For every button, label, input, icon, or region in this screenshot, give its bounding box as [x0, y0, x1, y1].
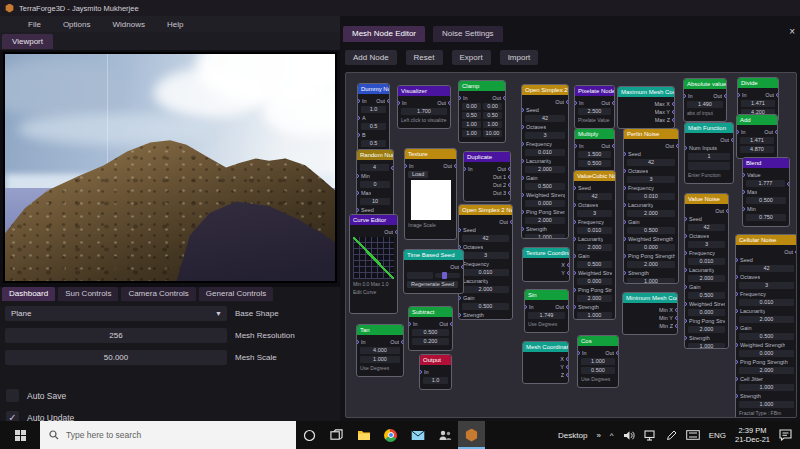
input-pin[interactable]	[356, 340, 359, 344]
node-texture-coordinates[interactable]: Texture CoordinatesXY	[522, 247, 570, 282]
file-explorer-icon[interactable]	[350, 421, 377, 449]
value-box[interactable]: 1.000	[688, 343, 725, 349]
value-box[interactable]: 1.490	[687, 101, 723, 108]
value-box[interactable]: 1.00	[462, 130, 481, 137]
output-pin[interactable]	[508, 191, 511, 195]
output-pin[interactable]	[776, 93, 779, 97]
node-value-noise[interactable]: Value NoiseOutSeed42Octaves3Frequency0.0…	[684, 193, 729, 349]
output-pin[interactable]	[508, 183, 511, 187]
output-pin[interactable]	[503, 96, 506, 100]
output-pin[interactable]	[676, 144, 679, 148]
value-box[interactable]: 2.000	[462, 286, 509, 293]
menu-windows[interactable]: Widnows	[112, 20, 144, 29]
input-pin[interactable]	[458, 313, 461, 317]
node-header[interactable]: Texture Coordinates	[523, 248, 569, 258]
input-pin[interactable]	[684, 234, 687, 238]
input-pin[interactable]	[623, 254, 626, 258]
export-button[interactable]: Export	[452, 50, 491, 65]
node-mesh-coordinates[interactable]: Mesh CoordinatesXYZ	[522, 341, 569, 384]
value-box[interactable]: 0.010	[739, 299, 794, 306]
input-pin[interactable]	[357, 133, 360, 137]
value-box[interactable]: 1	[688, 153, 730, 160]
node-perlin-noise[interactable]: Perlin NoiseOutSeed42Octaves3Frequency0.…	[623, 128, 679, 284]
output-pin[interactable]	[450, 322, 453, 326]
value-box[interactable]: 10	[360, 198, 390, 205]
output-pin[interactable]	[387, 99, 390, 103]
node-multiply[interactable]: MultiplyInOut1.5000.500	[574, 128, 615, 173]
output-pin[interactable]	[566, 100, 569, 104]
slider-knob[interactable]	[442, 272, 447, 279]
toolbar-overflow-chevron[interactable]: »	[596, 431, 600, 440]
tab-sun-controls[interactable]: Sun Controls	[58, 287, 118, 301]
input-pin[interactable]	[397, 101, 400, 105]
value-box[interactable]: 2.000	[627, 210, 675, 217]
value-box[interactable]: 1.0	[423, 377, 448, 384]
input-pin[interactable]	[735, 377, 738, 381]
start-button[interactable]	[0, 421, 40, 449]
input-pin[interactable]	[356, 174, 359, 178]
output-pin[interactable]	[448, 101, 451, 105]
node-header[interactable]: Clamp	[459, 81, 505, 91]
value-box[interactable]: 1.000	[739, 401, 794, 408]
input-pin[interactable]	[521, 227, 524, 231]
input-pin[interactable]	[357, 116, 360, 120]
input-pin[interactable]	[574, 101, 577, 105]
output-pin[interactable]	[787, 182, 790, 186]
input-pin[interactable]	[684, 336, 687, 340]
input-pin[interactable]	[419, 370, 422, 374]
output-pin[interactable]	[461, 265, 464, 269]
input-pin[interactable]	[404, 164, 407, 168]
node-header[interactable]: Dummy Node	[358, 84, 389, 94]
value-box[interactable]: 2.000	[525, 217, 565, 224]
input-pin[interactable]	[573, 254, 576, 258]
input-pin[interactable]	[356, 208, 359, 212]
clock[interactable]: 2:39 PM 21-Dec-21	[735, 426, 770, 444]
terrain-render[interactable]	[5, 54, 335, 281]
input-pin[interactable]	[521, 108, 524, 112]
node-header[interactable]: ValueCubic Noise	[574, 171, 615, 181]
input-pin[interactable]	[573, 271, 576, 275]
reset-button[interactable]: Reset	[406, 50, 443, 65]
node-sin[interactable]: SinInOut1.749Use Degrees	[524, 289, 569, 333]
input-pin[interactable]	[521, 176, 524, 180]
input-pin[interactable]	[573, 203, 576, 207]
input-pin[interactable]	[735, 258, 738, 262]
menu-help[interactable]: Help	[167, 20, 183, 29]
input-pin[interactable]	[735, 309, 738, 313]
value-box[interactable]: 0.5	[361, 123, 386, 130]
output-pin[interactable]	[731, 138, 734, 142]
value-box[interactable]: 3	[739, 282, 794, 289]
input-pin[interactable]	[356, 191, 359, 195]
input-pin[interactable]	[623, 220, 626, 224]
input-pin[interactable]	[736, 130, 739, 134]
value-box[interactable]: 0.010	[525, 149, 565, 156]
action-center-icon[interactable]	[779, 429, 792, 441]
value-box[interactable]: 42	[577, 193, 612, 200]
node-button[interactable]: Load	[408, 171, 428, 178]
node-cos[interactable]: CosInOut1.0000.500Use Degrees	[577, 335, 619, 388]
import-button[interactable]: Import	[500, 50, 539, 65]
value-box[interactable]: 42	[627, 159, 675, 166]
output-pin[interactable]	[566, 373, 569, 377]
value-box[interactable]: 0.000	[525, 200, 565, 207]
base-shape-dropdown[interactable]: Plane ▼	[5, 306, 227, 321]
node-header[interactable]: Subtract	[409, 307, 452, 317]
input-pin[interactable]	[684, 285, 687, 289]
value-box[interactable]: 2.000	[577, 244, 612, 251]
value-box[interactable]: 3	[525, 132, 565, 139]
input-pin[interactable]	[458, 228, 461, 232]
node-header[interactable]: Curve Editor	[350, 215, 397, 225]
value-box[interactable]: 0.500	[525, 183, 565, 190]
node-open-simplex-2s-noise[interactable]: Open Simplex 2S NoiseOutSeed42Octaves3Fr…	[521, 84, 569, 239]
input-pin[interactable]	[623, 203, 626, 207]
input-pin[interactable]	[684, 146, 687, 150]
node-header[interactable]: Cellular Noise	[736, 235, 797, 245]
input-pin[interactable]	[573, 237, 576, 241]
input-pin[interactable]	[458, 96, 461, 100]
value-box[interactable]: 0.500	[462, 303, 509, 310]
language-indicator[interactable]: ENG	[709, 431, 726, 440]
value-box[interactable]: 0.010	[577, 227, 612, 234]
input-pin[interactable]	[521, 159, 524, 163]
input-pin[interactable]	[737, 93, 740, 97]
input-pin[interactable]	[683, 94, 686, 98]
